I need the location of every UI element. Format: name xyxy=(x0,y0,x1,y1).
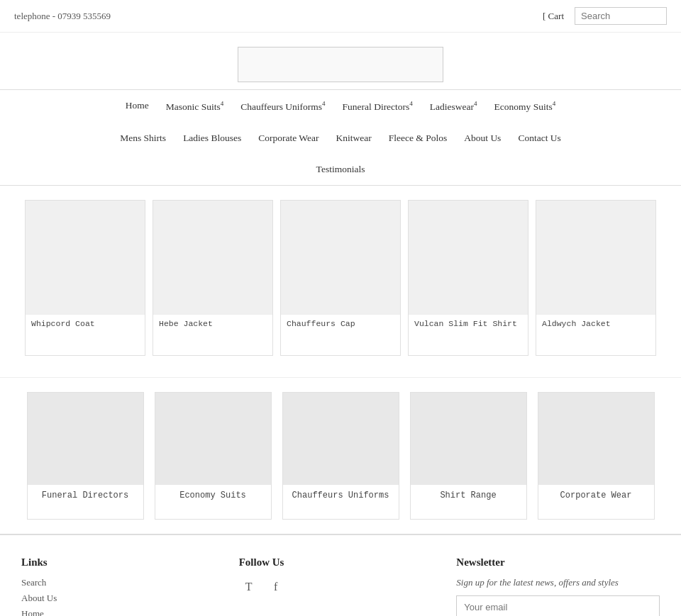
top-bar: telephone - 07939 535569 [ Cart xyxy=(0,0,681,33)
category-card[interactable]: Funeral Directors xyxy=(27,392,144,520)
footer-link-home[interactable]: Home xyxy=(21,608,44,617)
nav-row-2: Mens ShirtsLadies BlousesCorporate WearK… xyxy=(0,123,681,154)
footer-grid: Links SearchAbout UsHomeContact UsDelive… xyxy=(21,556,660,617)
nav-item-home[interactable]: Home xyxy=(117,96,157,117)
product-card[interactable]: Aldwych Jacket xyxy=(536,200,656,356)
newsletter-text: Sign up for the latest news, offers and … xyxy=(456,577,660,588)
facebook-icon[interactable]: f xyxy=(266,577,286,597)
cart-link[interactable]: [ Cart xyxy=(543,11,564,22)
category-label: Economy Suits xyxy=(155,485,271,506)
footer-links-list: SearchAbout UsHomeContact UsDelivery xyxy=(21,577,225,617)
footer-links-section: Links SearchAbout UsHomeContact UsDelive… xyxy=(21,556,225,617)
product-image xyxy=(536,201,655,314)
links-title: Links xyxy=(21,556,225,569)
footer-link-search[interactable]: Search xyxy=(21,577,46,588)
category-card[interactable]: Shirt Range xyxy=(410,392,527,520)
category-image xyxy=(538,393,654,485)
product-label: Hebe Jacket xyxy=(153,314,272,332)
product-label: Chauffeurs Cap xyxy=(281,314,400,332)
category-card[interactable]: Chauffeurs Uniforms xyxy=(282,392,399,520)
category-image xyxy=(28,393,143,485)
follow-title: Follow Us xyxy=(239,556,443,569)
footer-link-about-us[interactable]: About Us xyxy=(21,593,57,603)
social-icons: Tf xyxy=(239,577,443,597)
product-card[interactable]: Whipcord Coat xyxy=(25,200,145,356)
product-image xyxy=(153,201,272,314)
nav-item-funeral-directors[interactable]: Funeral Directors4 xyxy=(334,96,421,117)
main-nav: HomeMasonic Suits4Chauffeurs Uniforms4Fu… xyxy=(0,89,681,186)
category-label: Funeral Directors xyxy=(28,485,143,506)
email-input[interactable] xyxy=(456,595,660,617)
nav-item-knitwear[interactable]: Knitwear xyxy=(328,128,380,148)
category-image xyxy=(411,393,526,485)
category-label: Chauffeurs Uniforms xyxy=(283,485,399,506)
phone-label: telephone - 07939 535569 xyxy=(14,11,111,22)
category-image xyxy=(155,393,271,485)
nav-item-chauffeurs-uniforms[interactable]: Chauffeurs Uniforms4 xyxy=(232,96,333,117)
nav-item-about-us[interactable]: About Us xyxy=(455,128,509,148)
nav-row-3: Testimonials xyxy=(0,154,681,185)
category-card[interactable]: Economy Suits xyxy=(155,392,272,520)
nav-item-economy-suits[interactable]: Economy Suits4 xyxy=(486,96,565,117)
product-card[interactable]: Hebe Jacket xyxy=(153,200,273,356)
top-bar-right: [ Cart xyxy=(543,7,667,25)
newsletter-title: Newsletter xyxy=(456,556,660,569)
product-image xyxy=(409,201,528,314)
footer: Links SearchAbout UsHomeContact UsDelive… xyxy=(0,534,681,617)
footer-follow-section: Follow Us Tf xyxy=(239,556,443,617)
nav-item-ladies-blouses[interactable]: Ladies Blouses xyxy=(175,128,250,148)
product-card[interactable]: Vulcan Slim Fit Shirt xyxy=(408,200,528,356)
logo-area xyxy=(0,33,681,89)
nav-item-contact-us[interactable]: Contact Us xyxy=(509,128,569,148)
nav-item-corporate-wear[interactable]: Corporate Wear xyxy=(250,128,327,148)
category-label: Corporate Wear xyxy=(538,485,654,506)
product-label: Aldwych Jacket xyxy=(536,314,655,332)
product-image xyxy=(281,201,400,314)
product-label: Vulcan Slim Fit Shirt xyxy=(409,314,528,332)
nav-row-1: HomeMasonic Suits4Chauffeurs Uniforms4Fu… xyxy=(0,90,681,123)
footer-newsletter-section: Newsletter Sign up for the latest news, … xyxy=(456,556,660,617)
product-label: Whipcord Coat xyxy=(26,314,145,332)
nav-item-fleece-&-polos[interactable]: Fleece & Polos xyxy=(380,128,456,148)
products-area: Whipcord CoatHebe JacketChauffeurs CapVu… xyxy=(0,186,681,377)
twitter-icon[interactable]: T xyxy=(239,577,259,597)
search-input[interactable] xyxy=(575,7,667,25)
logo xyxy=(238,47,443,82)
product-card[interactable]: Chauffeurs Cap xyxy=(280,200,401,356)
nav-item-mens-shirts[interactable]: Mens Shirts xyxy=(111,128,175,148)
category-image xyxy=(283,393,399,485)
nav-item-testimonials[interactable]: Testimonials xyxy=(308,159,374,179)
product-image xyxy=(26,201,145,314)
category-label: Shirt Range xyxy=(411,485,526,506)
nav-item-ladieswear[interactable]: Ladieswear4 xyxy=(421,96,486,117)
nav-item-masonic-suits[interactable]: Masonic Suits4 xyxy=(157,96,232,117)
category-card[interactable]: Corporate Wear xyxy=(538,392,655,520)
categories-section: Funeral DirectorsEconomy SuitsChauffeurs… xyxy=(0,377,681,534)
